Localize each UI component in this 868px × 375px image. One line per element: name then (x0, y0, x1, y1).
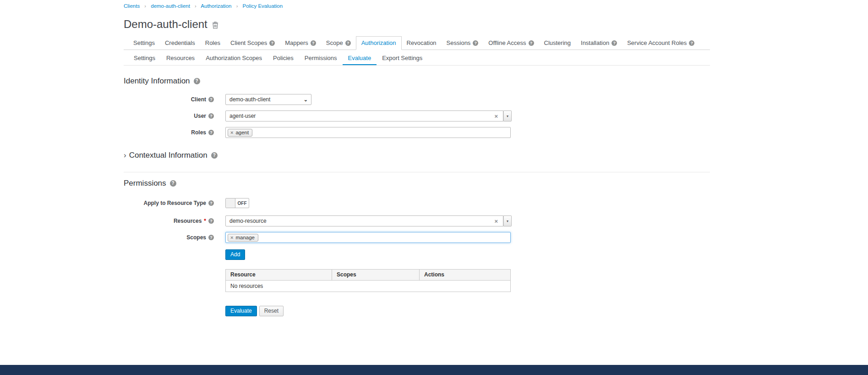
identity-information-title: Identity Information (124, 77, 190, 86)
subtab-settings[interactable]: Settings (128, 52, 161, 65)
apply-resource-type-toggle[interactable]: OFF (225, 198, 249, 208)
tab-offline-access[interactable]: Offline Access? (483, 36, 539, 50)
tab-revocation[interactable]: Revocation (402, 36, 442, 50)
add-row: Add (225, 249, 710, 260)
toggle-state-label: OFF (235, 199, 249, 208)
column-header-actions: Actions (420, 270, 511, 281)
user-select-dropdown-button[interactable]: ▾ (503, 110, 512, 121)
subtab-evaluate[interactable]: Evaluate (343, 52, 377, 65)
tab-credentials[interactable]: Credentials (160, 36, 200, 50)
help-icon[interactable]: ? (211, 152, 218, 159)
help-icon[interactable]: ? (208, 97, 214, 102)
contextual-information-header[interactable]: › Contextual Information ? (124, 151, 710, 160)
breadcrumb-separator-icon: › (195, 3, 197, 9)
user-label: User (194, 113, 206, 119)
tab-authorization[interactable]: Authorization (356, 36, 402, 50)
remove-role-tag-icon[interactable]: × (230, 130, 233, 135)
help-icon[interactable]: ? (208, 235, 214, 240)
breadcrumb-policy-evaluation[interactable]: Policy Evaluation (243, 3, 283, 9)
help-icon[interactable]: ? (473, 40, 478, 46)
required-indicator: * (204, 218, 206, 224)
breadcrumb-authorization[interactable]: Authorization (201, 3, 231, 9)
roles-input[interactable]: × agent (225, 127, 511, 138)
add-button[interactable]: Add (225, 249, 245, 260)
permissions-header: Permissions ? (124, 179, 710, 188)
tab-client-scopes[interactable]: Client Scopes? (225, 36, 280, 50)
resources-field-row: Resources * ? demo-resource × ▾ (124, 215, 710, 226)
authorization-subtabs: Settings Resources Authorization Scopes … (124, 50, 710, 66)
subtab-export-settings[interactable]: Export Settings (377, 52, 428, 65)
tab-sessions[interactable]: Sessions? (442, 36, 484, 50)
client-select[interactable]: demo-auth-client ⌄ (225, 94, 311, 105)
scope-tag-label: manage (235, 235, 255, 240)
reset-button[interactable]: Reset (259, 306, 284, 316)
help-icon[interactable]: ? (208, 200, 214, 206)
footer-bar (0, 365, 868, 375)
user-select[interactable]: agent-user × (225, 110, 503, 121)
resources-label: Resources (174, 218, 202, 224)
client-select-value: demo-auth-client (229, 96, 270, 103)
breadcrumb-client[interactable]: demo-auth-client (151, 3, 190, 9)
remove-scope-tag-icon[interactable]: × (230, 235, 233, 240)
tab-mappers[interactable]: Mappers? (280, 36, 321, 50)
column-header-scopes: Scopes (332, 270, 420, 281)
help-icon[interactable]: ? (345, 40, 351, 46)
contextual-information-title: Contextual Information (129, 151, 207, 160)
resources-select-value: demo-resource (229, 218, 494, 224)
tab-service-account-roles[interactable]: Service Account Roles? (622, 36, 699, 50)
help-icon[interactable]: ? (311, 40, 316, 46)
column-header-resource: Resource (226, 270, 332, 281)
help-icon[interactable]: ? (269, 40, 275, 46)
clear-user-icon[interactable]: × (494, 113, 498, 120)
tab-clustering[interactable]: Clustering (539, 36, 576, 50)
chevron-down-icon: ⌄ (304, 97, 308, 103)
identity-information-header: Identity Information ? (124, 77, 710, 86)
apply-resource-type-row: Apply to Resource Type ? OFF (124, 198, 710, 208)
help-icon[interactable]: ? (529, 40, 534, 46)
empty-table-message: No resources (226, 281, 511, 292)
tab-scope[interactable]: Scope? (321, 36, 356, 50)
help-icon[interactable]: ? (170, 180, 176, 187)
permissions-title: Permissions (124, 179, 166, 188)
scopes-input[interactable]: × manage (225, 232, 511, 243)
caret-down-icon: ▾ (507, 219, 508, 223)
breadcrumb-separator-icon: › (144, 3, 146, 9)
resources-select-dropdown-button[interactable]: ▾ (503, 215, 512, 226)
subtab-policies[interactable]: Policies (267, 52, 299, 65)
breadcrumb-separator-icon: › (236, 3, 238, 9)
toggle-handle (226, 199, 235, 208)
page-title: Demo-auth-client (124, 18, 207, 31)
scopes-field-row: Scopes ? × manage (124, 232, 710, 243)
help-icon[interactable]: ? (611, 40, 617, 46)
help-icon[interactable]: ? (208, 218, 214, 224)
evaluation-resources-table: Resource Scopes Actions No resources (225, 269, 511, 292)
caret-down-icon: ▾ (507, 114, 508, 118)
delete-client-icon[interactable] (212, 22, 218, 29)
help-icon[interactable]: ? (194, 78, 200, 84)
role-tag: × agent (228, 129, 252, 137)
clear-resource-icon[interactable]: × (494, 218, 498, 225)
scope-tag: × manage (228, 234, 258, 242)
help-icon[interactable]: ? (208, 130, 214, 135)
evaluate-button[interactable]: Evaluate (225, 306, 257, 316)
help-icon[interactable]: ? (208, 113, 214, 119)
client-field-row: Client ? demo-auth-client ⌄ (124, 94, 710, 105)
apply-resource-type-label: Apply to Resource Type (144, 200, 206, 206)
subtab-permissions[interactable]: Permissions (299, 52, 343, 65)
scopes-label: Scopes (186, 234, 206, 241)
breadcrumb-clients[interactable]: Clients (124, 3, 140, 9)
user-select-value: agent-user (229, 113, 494, 119)
table-row: No resources (226, 281, 511, 292)
client-label: Client (191, 96, 206, 103)
user-field-row: User ? agent-user × ▾ (124, 110, 710, 121)
tab-installation[interactable]: Installation? (576, 36, 622, 50)
help-icon[interactable]: ? (689, 40, 694, 46)
main-content: Clients › demo-auth-client › Authorizati… (124, 0, 710, 316)
collapse-chevron-icon[interactable]: › (124, 151, 126, 160)
subtab-resources[interactable]: Resources (161, 52, 200, 65)
resources-select[interactable]: demo-resource × (225, 215, 503, 226)
tab-roles[interactable]: Roles (200, 36, 225, 50)
subtab-authorization-scopes[interactable]: Authorization Scopes (200, 52, 267, 65)
client-tabs: Settings Credentials Roles Client Scopes… (124, 36, 710, 50)
tab-settings[interactable]: Settings (128, 36, 160, 50)
